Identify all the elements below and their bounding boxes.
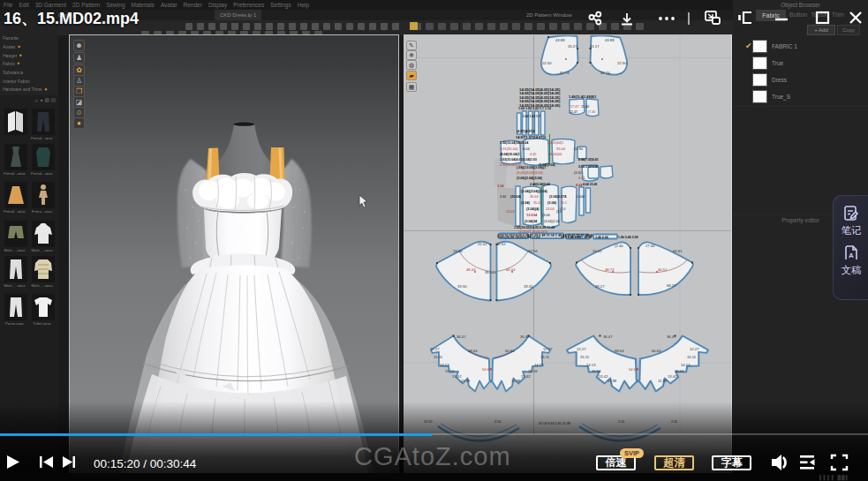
svg-text:(8.04)04: (8.04)04 bbox=[549, 153, 562, 156]
svg-text:(3.04)(4): (3.04)(4) bbox=[526, 207, 540, 211]
svg-text:11.98: 11.98 bbox=[608, 379, 617, 383]
svg-text:35.04: 35.04 bbox=[533, 201, 542, 205]
svg-text:15.11: 15.11 bbox=[580, 355, 590, 359]
svg-text:15.11: 15.11 bbox=[434, 355, 443, 359]
svg-text:(2.40: (2.40 bbox=[615, 244, 623, 248]
svg-text:4.35(10.04)1.05: 4.35(10.04)1.05 bbox=[500, 163, 522, 167]
svg-text:12.47: 12.47 bbox=[570, 110, 577, 114]
svg-text:15.11: 15.11 bbox=[540, 355, 550, 359]
svg-text:A: A bbox=[849, 252, 854, 259]
svg-text:(3.04)(3.04)(3.04): (3.04)(3.04)(3.04) bbox=[521, 190, 547, 193]
svg-text:(3.04)(3.04)(3.04): (3.04)(3.04)(3.04) bbox=[517, 171, 543, 175]
svg-text:(3.04)(3.04): (3.04)(3.04) bbox=[539, 163, 556, 167]
svg-text:13.04: 13.04 bbox=[546, 207, 555, 211]
svg-text:(3.04): (3.04) bbox=[521, 201, 531, 205]
svg-text:13.034: 13.034 bbox=[526, 213, 538, 217]
svg-text:(3.04)34: (3.04)34 bbox=[525, 220, 538, 223]
svg-text:1.05(16.05)14.05 6.05 11.05 0.: 1.05(16.05)14.05 6.05 11.05 0.48 23.04 2… bbox=[497, 234, 593, 237]
svg-text:11.40: 11.40 bbox=[581, 105, 589, 109]
svg-text:2.44(0.04)0.44: 2.44(0.04)0.44 bbox=[530, 183, 550, 186]
svg-text:36.47: 36.47 bbox=[603, 334, 613, 339]
svg-text:14.13: 14.13 bbox=[534, 363, 544, 367]
svg-text:49.27: 49.27 bbox=[595, 284, 605, 289]
svg-text:17.40: 17.40 bbox=[645, 244, 655, 248]
svg-text:19.32: 19.32 bbox=[524, 284, 533, 289]
svg-text:6.04: 6.04 bbox=[523, 147, 531, 151]
svg-text:68.64: 68.64 bbox=[615, 349, 624, 353]
svg-text:68.64: 68.64 bbox=[468, 349, 478, 353]
svg-text:(30.04): (30.04) bbox=[510, 195, 522, 199]
svg-text:12.27: 12.27 bbox=[430, 347, 440, 351]
svg-text:1.49(11.4)1.49(8)1: 1.49(11.4)1.49(8)1 bbox=[569, 95, 596, 99]
svg-text:16.56: 16.56 bbox=[528, 369, 538, 373]
svg-text:1.02 1.02 1.7: 1.02 1.02 1.7 bbox=[523, 115, 540, 118]
svg-text:43.88: 43.88 bbox=[605, 38, 615, 42]
svg-text:3.91(35.04): 3.91(35.04) bbox=[500, 147, 518, 151]
svg-text:1.044: 1.044 bbox=[577, 195, 585, 199]
svg-text:35.1: 35.1 bbox=[561, 201, 567, 205]
svg-text:4.04 23.41: 4.04 23.41 bbox=[583, 183, 598, 186]
svg-text:(3.04: (3.04 bbox=[542, 214, 550, 217]
svg-text:35.065: 35.065 bbox=[485, 270, 496, 274]
svg-text:43.88: 43.88 bbox=[555, 38, 565, 42]
svg-text:68.27: 68.27 bbox=[667, 283, 676, 288]
svg-text:19.30: 19.30 bbox=[457, 284, 467, 289]
svg-text:15.61: 15.61 bbox=[593, 249, 602, 253]
svg-text:(7.40: (7.40 bbox=[588, 110, 595, 114]
svg-text:15.17: 15.17 bbox=[590, 44, 600, 49]
svg-text:13.56: 13.56 bbox=[528, 249, 538, 253]
svg-text:12.27: 12.27 bbox=[690, 347, 699, 351]
svg-text:22.50: 22.50 bbox=[542, 61, 552, 65]
svg-text:(3.0: (3.0 bbox=[556, 210, 562, 214]
svg-text:11.98: 11.98 bbox=[461, 379, 471, 383]
svg-text:14.97(1.97)14.97(2: 14.97(1.97)14.97(2 bbox=[516, 135, 547, 139]
svg-text:1.02 1.02 1.02 1.7 1.12: 1.02 1.02 1.02 1.7 1.12 bbox=[518, 107, 551, 110]
svg-text:16.56: 16.56 bbox=[592, 369, 601, 373]
svg-text:4.45: 4.45 bbox=[530, 153, 536, 156]
svg-text:(3.10: (3.10 bbox=[574, 171, 582, 175]
svg-text:40.44: 40.44 bbox=[506, 267, 516, 272]
svg-text:30.04: 30.04 bbox=[530, 195, 539, 199]
svg-text:21.90: 21.90 bbox=[574, 147, 584, 151]
svg-text:3.04: 3.04 bbox=[497, 184, 504, 188]
svg-text:(8.04)10.04(1: (8.04)10.04(1 bbox=[500, 153, 520, 156]
svg-text:14.13: 14.13 bbox=[586, 363, 596, 367]
svg-text:(14.05)04(5: (14.05)04(5 bbox=[547, 141, 563, 145]
svg-text:65.61: 65.61 bbox=[673, 249, 683, 253]
svg-text:(4.97)(4.97)2: (4.97)(4.97)2 bbox=[517, 130, 535, 133]
svg-text:52.74: 52.74 bbox=[560, 71, 570, 75]
svg-text:(3.04)0.074: (3.04)0.074 bbox=[549, 195, 567, 199]
svg-text:(3.04)(3.04)(3.04): (3.04)(3.04)(3.04) bbox=[517, 177, 543, 180]
svg-text:3.44 4.44: 3.44 4.44 bbox=[595, 236, 608, 239]
svg-text:22.50: 22.50 bbox=[617, 61, 627, 65]
svg-text:14.13: 14.13 bbox=[681, 363, 691, 367]
svg-text:12.27: 12.27 bbox=[543, 347, 553, 351]
svg-text:3.44: 3.44 bbox=[500, 195, 506, 199]
svg-text:22.52: 22.52 bbox=[496, 242, 506, 246]
svg-text:2.04 2.02 6.41: 2.04 2.02 6.41 bbox=[578, 165, 599, 169]
svg-text:1.30(15.04)14.05 04: 1.30(15.04)14.05 04 bbox=[500, 141, 528, 145]
svg-text:13.04: 13.04 bbox=[506, 210, 515, 214]
svg-text:11.98: 11.98 bbox=[658, 379, 668, 383]
svg-text:4.33: 4.33 bbox=[578, 177, 585, 180]
svg-text:35.04: 35.04 bbox=[556, 147, 566, 151]
svg-text:13.42: 13.42 bbox=[521, 374, 531, 379]
svg-text:(3.04)(1.00: (3.04)(1.00 bbox=[544, 220, 560, 223]
svg-text:1.06 0.46 3.08: 1.06 0.46 3.08 bbox=[618, 236, 638, 239]
svg-text:13.42: 13.42 bbox=[668, 374, 677, 379]
svg-text:17.47: 17.47 bbox=[570, 105, 579, 109]
svg-text:40.51: 40.51 bbox=[658, 267, 668, 272]
svg-text:1.05(16.05)14.05 6.05 11.05: 1.05(16.05)14.05 6.05 11.05 bbox=[514, 226, 555, 229]
svg-text:15.11: 15.11 bbox=[687, 355, 697, 359]
svg-text:60.64: 60.64 bbox=[652, 349, 661, 353]
svg-text:14.13: 14.13 bbox=[440, 363, 449, 367]
svg-text:11.98: 11.98 bbox=[511, 379, 521, 383]
svg-text:19.36: 19.36 bbox=[453, 249, 463, 253]
svg-text:22.52: 22.52 bbox=[478, 242, 487, 246]
svg-text:60.64: 60.64 bbox=[505, 349, 515, 353]
svg-text:16.56: 16.56 bbox=[675, 369, 684, 373]
svg-text:15.27: 15.27 bbox=[568, 44, 577, 49]
svg-text:16.56: 16.56 bbox=[445, 369, 455, 373]
svg-text:36.47: 36.47 bbox=[457, 334, 466, 339]
svg-text:12.27: 12.27 bbox=[577, 347, 586, 351]
